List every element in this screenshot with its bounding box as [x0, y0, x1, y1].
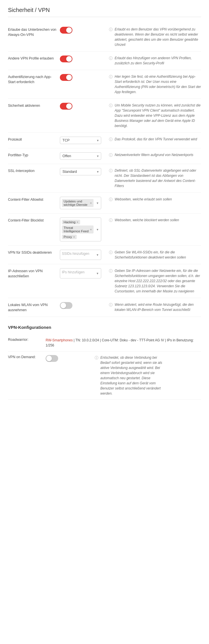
- auth-nach-app-start-row: Authentifizierung nach App-Start erforde…: [8, 70, 201, 99]
- sicherheit-aktivieren-label: Sicherheit aktivieren: [8, 103, 56, 108]
- content-filter-blocklist-label: Content-Filter Blocklist: [8, 218, 56, 223]
- lokales-wlan-toggle[interactable]: [60, 302, 72, 309]
- lokales-wlan-info: ⓘ Wenn aktiviert, wird eine Route hinzug…: [109, 302, 201, 312]
- erlaube-vpn-break-toggle[interactable]: [60, 27, 72, 34]
- vpn-ssids-info: ⓘ Geben Sie WLAN-SSIDs ein, für die die …: [109, 250, 201, 260]
- info-icon-ip-ausschliessen: ⓘ: [109, 268, 113, 274]
- info-icon-content-filter-allowlist: ⓘ: [109, 197, 113, 202]
- page-container: Sicherheit / VPN Erlaube das Unterbreche…: [0, 0, 209, 644]
- portfilter-typ-row: Portfilter-Typ OffenGesperrt ▼ ⓘ Netzwer…: [8, 148, 201, 164]
- chevron-down-icon: ▼: [96, 272, 99, 275]
- tag-label: Hacking: [64, 220, 76, 224]
- portfilter-typ-label: Portfilter-Typ: [8, 152, 56, 158]
- protokoll-select[interactable]: TCPUDP: [60, 137, 101, 144]
- portfilter-typ-select[interactable]: OffenGesperrt: [60, 152, 101, 160]
- auth-nach-app-start-toggle[interactable]: [60, 74, 72, 81]
- remove-tag-icon[interactable]: ×: [90, 201, 92, 205]
- lokales-wlan-control: [60, 302, 105, 309]
- vpn-ssids-row: VPN für SSIDs deaktivieren SSIDs hinzufü…: [8, 246, 201, 264]
- vpn-on-demand-row: VPN on Demand: ⓘ Entscheidet, ob diese V…: [8, 352, 201, 400]
- ssl-interception-row: SSL-Interception StandardAktivInaktiv ▼ …: [8, 164, 201, 193]
- info-icon-andere-vpn-profile: ⓘ: [109, 56, 113, 61]
- content-filter-blocklist-row: Content-Filter Blocklist Hacking × Threa…: [8, 214, 201, 246]
- erlaube-vpn-break-control: [60, 27, 105, 34]
- portfilter-typ-info-text: Netzwerkverkehr filtern aufgrund von Net…: [115, 152, 193, 157]
- protokoll-select-wrap: TCPUDP ▼: [60, 137, 101, 144]
- ip-ausschliessen-placeholder: IPs hinzufügen: [62, 270, 84, 274]
- info-icon-sicherheit-aktivieren: ⓘ: [109, 103, 113, 108]
- protokoll-info-text: Das Protokoll, das für den VPN Tunnel ve…: [115, 137, 197, 142]
- vpn-ssids-control: SSIDs hinzufügen ▼: [60, 250, 105, 260]
- erlaube-vpn-break-toggle-knob: [66, 27, 72, 33]
- content-filter-allowlist-control: Updates und wichtige Dienste × ▼: [60, 197, 105, 209]
- roadwarrior-value: RW-Smartphones | TN: 10.0.2.0/24 | Core-…: [46, 338, 201, 348]
- ip-ausschliessen-tagbox[interactable]: IPs hinzufügen ▼: [60, 268, 101, 278]
- content-filter-blocklist-tagbox[interactable]: Hacking × Threat Intelligence Feed × Pro…: [60, 218, 101, 241]
- sicherheit-aktivieren-toggle[interactable]: [60, 103, 72, 110]
- vpn-on-demand-toggle-knob: [46, 356, 52, 361]
- info-icon-ssl-interception: ⓘ: [109, 168, 113, 173]
- info-icon-erlaube-vpn-break: ⓘ: [109, 27, 113, 32]
- ssl-interception-select-wrap: StandardAktivInaktiv ▼: [60, 168, 101, 175]
- content-filter-allowlist-tagbox[interactable]: Updates und wichtige Dienste × ▼: [60, 197, 101, 209]
- ssl-interception-select[interactable]: StandardAktivInaktiv: [60, 168, 101, 175]
- portfilter-typ-select-wrap: OffenGesperrt ▼: [60, 152, 101, 160]
- erlaube-vpn-break-label: Erlaube das Unterbrechen von Always-On-V…: [8, 27, 56, 37]
- info-icon-portfilter-typ: ⓘ: [109, 153, 113, 158]
- erlaube-vpn-break-info-text: Erlaubt es dem Benutzer das VPN vorüberg…: [115, 27, 201, 47]
- andere-vpn-profile-toggle[interactable]: [60, 56, 72, 62]
- portfilter-typ-control: OffenGesperrt ▼: [60, 152, 105, 160]
- auth-nach-app-start-info-text: Hier legen Sie fest, ob eine Authentifiz…: [115, 74, 201, 95]
- ssl-interception-control: StandardAktivInaktiv ▼: [60, 168, 105, 175]
- remove-tag-icon[interactable]: ×: [77, 220, 78, 224]
- auth-nach-app-start-label: Authentifizierung nach App-Start erforde…: [8, 74, 56, 85]
- andere-vpn-profile-control: [60, 56, 105, 62]
- vpn-on-demand-toggle[interactable]: [46, 355, 58, 362]
- content-filter-allowlist-info-text: Webseiten, welche erlaubt sein sollen: [115, 197, 172, 202]
- content-filter-allowlist-label: Content-Filter Allowlist: [8, 197, 56, 202]
- andere-vpn-profile-toggle-knob: [66, 56, 72, 62]
- info-icon-protokoll: ⓘ: [109, 137, 113, 142]
- andere-vpn-profile-label: Andere VPN Profile erlauben: [8, 56, 56, 61]
- sicherheit-aktivieren-info-text: Um Mobile Security nutzen zu können, wir…: [115, 103, 201, 128]
- ip-ausschliessen-label: IP-Adressen von VPN ausschließen: [8, 268, 56, 279]
- andere-vpn-profile-info: ⓘ Erlaubt das Hinzufügen von anderen VPN…: [109, 56, 201, 66]
- roadwarrior-link[interactable]: RW-Smartphones: [46, 338, 73, 342]
- remove-tag-icon[interactable]: ×: [90, 228, 92, 231]
- remove-tag-icon[interactable]: ×: [73, 235, 75, 239]
- ip-ausschliessen-info-text: Geben Sie IP-Adressen oder Netzwerke ein…: [115, 268, 201, 294]
- info-icon-vpn: ⓘ: [95, 355, 99, 360]
- ssl-interception-label: SSL-Interception: [8, 168, 56, 174]
- vpn-on-demand-control: [46, 355, 91, 396]
- vpn-ssids-tagbox[interactable]: SSIDs hinzufügen ▼: [60, 250, 101, 260]
- sicherheit-aktivieren-toggle-knob: [66, 103, 72, 109]
- content-filter-blocklist-info-text: Webseiten, welche blockiert werden solle…: [115, 218, 179, 223]
- protokoll-control: TCPUDP ▼: [60, 137, 105, 144]
- content-filter-allowlist-info: ⓘ Webseiten, welche erlaubt sein sollen: [109, 197, 201, 202]
- page-title: Sicherheit / VPN: [8, 7, 201, 17]
- roadwarrior-label: Roadwarrior:: [8, 338, 42, 348]
- vpn-on-demand-label: VPN on Demand:: [8, 355, 42, 396]
- info-icon-auth-nach-app-start: ⓘ: [109, 74, 113, 79]
- vpn-ssids-placeholder: SSIDs hinzufügen: [62, 252, 89, 256]
- info-icon-vpn-ssids: ⓘ: [109, 250, 113, 255]
- andere-vpn-profile-row: Andere VPN Profile erlauben ⓘ Erlaubt da…: [8, 52, 201, 70]
- auth-nach-app-start-toggle-knob: [66, 75, 72, 80]
- vpn-on-demand-info-text: Entscheidet, ob diese Verbindung bei Bed…: [100, 355, 163, 396]
- tag-label: Updates und wichtige Dienste: [64, 200, 89, 206]
- roadwarrior-row: Roadwarrior: RW-Smartphones | TN: 10.0.2…: [8, 334, 201, 352]
- lokales-wlan-row: Lokales WLAN vom VPN ausnehmen ⓘ Wenn ak…: [8, 298, 201, 317]
- sicherheit-aktivieren-info: ⓘ Um Mobile Security nutzen zu können, w…: [109, 103, 201, 128]
- ssl-interception-info-text: Definiert, ob SSL-Datenverkehr abgefange…: [115, 168, 201, 188]
- tag-item: Proxy ×: [62, 235, 77, 239]
- ip-ausschliessen-info: ⓘ Geben Sie IP-Adressen oder Netzwerke e…: [109, 268, 201, 294]
- ssl-interception-info: ⓘ Definiert, ob SSL-Datenverkehr abgefan…: [109, 168, 201, 188]
- lokales-wlan-label: Lokales WLAN vom VPN ausnehmen: [8, 302, 56, 313]
- erlaube-vpn-break-info: ⓘ Erlaubt es dem Benutzer das VPN vorübe…: [109, 27, 201, 47]
- vpn-on-demand-info: ⓘ Entscheidet, ob diese Verbindung bei B…: [95, 355, 163, 396]
- ip-ausschliessen-control: IPs hinzufügen ▼: [60, 268, 105, 278]
- sicherheit-aktivieren-row: Sicherheit aktivieren ⓘ Um Mobile Securi…: [8, 99, 201, 133]
- vpn-ssids-info-text: Geben Sie WLAN-SSIDs ein, für die die Si…: [115, 250, 201, 260]
- chevron-down-icon: ▼: [96, 228, 99, 231]
- tag-label: Proxy: [64, 235, 72, 239]
